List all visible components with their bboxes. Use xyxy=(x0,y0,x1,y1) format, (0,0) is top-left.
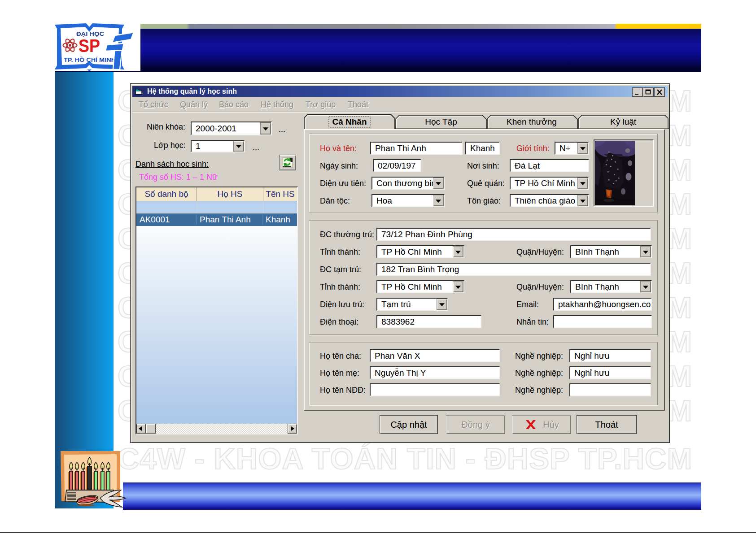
svg-text:Cá Nhân: Cá Nhân xyxy=(332,117,367,126)
svg-text:Khen thưởng: Khen thưởng xyxy=(507,117,557,126)
svg-text:Học Tập: Học Tập xyxy=(425,117,457,126)
svg-text:SP: SP xyxy=(79,36,100,56)
svg-text:Kỷ luật: Kỷ luật xyxy=(610,117,637,126)
svg-text:TP. HỒ CHÍ MINH: TP. HỒ CHÍ MINH xyxy=(64,56,116,63)
